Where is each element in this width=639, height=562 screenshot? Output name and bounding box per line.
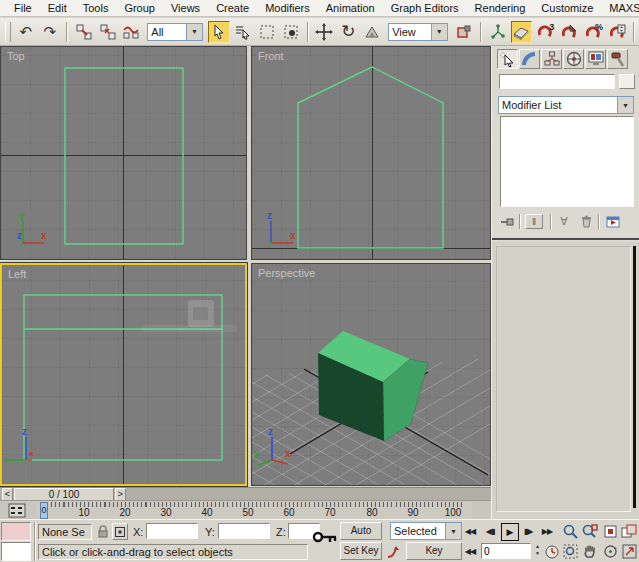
- rectangular-selection-button[interactable]: [256, 21, 278, 43]
- min-max-toggle-button[interactable]: [621, 543, 637, 559]
- undo-button[interactable]: ↶: [15, 21, 37, 43]
- make-unique-button[interactable]: ∀: [555, 214, 573, 229]
- select-and-rotate-button[interactable]: ↻: [337, 21, 359, 43]
- menu-tools[interactable]: Tools: [75, 1, 117, 15]
- dropdown-arrow-icon[interactable]: ▼: [445, 523, 461, 539]
- object-color-swatch[interactable]: [619, 74, 635, 89]
- frame-spinner[interactable]: ▲▼: [533, 543, 542, 559]
- go-to-start-button[interactable]: ◀◀: [462, 524, 478, 540]
- rollout-area[interactable]: [492, 242, 639, 519]
- menu-group[interactable]: Group: [116, 1, 163, 15]
- z-coord-label: Z:: [276, 526, 286, 538]
- time-slider-track[interactable]: < 0 / 100 >: [0, 487, 491, 500]
- previous-frame-button[interactable]: ◀▮: [482, 524, 498, 540]
- key-filters-button[interactable]: Key Filters...: [406, 542, 462, 560]
- tab-display[interactable]: [585, 49, 606, 69]
- set-keys-button[interactable]: [312, 528, 338, 554]
- key-icon: [312, 528, 338, 546]
- play-button[interactable]: ▶: [501, 523, 519, 541]
- menu-rendering[interactable]: Rendering: [467, 1, 534, 15]
- menu-maxscript[interactable]: MAXScript: [601, 1, 639, 15]
- y-coord-input[interactable]: [218, 523, 270, 539]
- select-and-manipulate-button[interactable]: [487, 21, 509, 43]
- tab-hierarchy[interactable]: [541, 49, 562, 69]
- ruler-label: 30: [156, 507, 176, 518]
- ruler-label: 20: [115, 507, 135, 518]
- pin-stack-button[interactable]: [498, 214, 516, 229]
- maxscript-listener-macro[interactable]: [1, 522, 31, 541]
- use-center-flyout-button[interactable]: [453, 21, 475, 43]
- x-coord-input[interactable]: [146, 523, 198, 539]
- menu-views[interactable]: Views: [163, 1, 208, 15]
- current-frame-marker[interactable]: 0: [40, 502, 48, 519]
- select-object-button[interactable]: [208, 21, 230, 43]
- angle-snap-button[interactable]: [558, 21, 580, 43]
- menu-graph-editors[interactable]: Graph Editors: [383, 1, 467, 15]
- menu-customize[interactable]: Customize: [533, 1, 601, 15]
- window-crossing-toggle[interactable]: [280, 21, 302, 43]
- tab-modify[interactable]: [519, 49, 540, 69]
- menu-modifiers[interactable]: Modifiers: [257, 1, 318, 15]
- absolute-offset-toggle[interactable]: [112, 523, 128, 540]
- menu-animation[interactable]: Animation: [318, 1, 383, 15]
- marquee-rect-icon: [259, 24, 275, 40]
- toolbar-drag-handle[interactable]: [5, 22, 11, 42]
- show-end-result-button[interactable]: ‖: [525, 214, 543, 229]
- dropdown-arrow-icon[interactable]: ▼: [186, 24, 202, 40]
- zoom-region-button[interactable]: [562, 543, 578, 559]
- tab-motion[interactable]: [563, 49, 584, 69]
- redo-icon: ↷: [43, 24, 56, 39]
- object-name-field[interactable]: [499, 74, 615, 89]
- keyboard-shortcut-override-toggle[interactable]: [511, 21, 533, 43]
- tab-utilities[interactable]: [607, 49, 628, 69]
- panel-scrollbar[interactable]: [633, 246, 636, 508]
- unlink-selection-button[interactable]: [97, 21, 119, 43]
- time-configuration-button[interactable]: [544, 544, 560, 560]
- snaps-toggle-button[interactable]: 3: [534, 21, 556, 43]
- coordinate-system-combo[interactable]: View ▼: [388, 23, 448, 41]
- selection-filter-combo[interactable]: All ▼: [147, 23, 203, 41]
- mini-curve-editor-button[interactable]: [8, 503, 26, 518]
- key-mode-toggle[interactable]: ◀◀: [462, 544, 478, 560]
- viewport-front[interactable]: Front z x: [251, 46, 491, 260]
- spinner-snap-button[interactable]: [606, 21, 628, 43]
- current-frame-input[interactable]: [481, 543, 531, 559]
- modifier-stack-list[interactable]: [500, 116, 634, 207]
- percent-snap-button[interactable]: %: [582, 21, 604, 43]
- maxscript-listener-script[interactable]: [1, 542, 31, 561]
- zoom-all-button[interactable]: [582, 523, 598, 539]
- arc-rotate-button[interactable]: [602, 543, 618, 559]
- configure-modifier-sets-button[interactable]: [604, 214, 622, 229]
- key-target-dropdown[interactable]: Selected ▼: [390, 522, 462, 540]
- zoom-extents-button[interactable]: [602, 523, 618, 539]
- pan-button[interactable]: [582, 543, 598, 559]
- modifier-list-dropdown[interactable]: Modifier List ▼: [498, 96, 634, 114]
- selection-lock-toggle[interactable]: [95, 524, 111, 540]
- menu-file[interactable]: File: [6, 1, 40, 15]
- auto-key-button[interactable]: Auto Key: [340, 522, 382, 540]
- tab-create[interactable]: [497, 49, 518, 69]
- dropdown-arrow-icon[interactable]: ▼: [617, 97, 633, 113]
- redo-button[interactable]: ↷: [39, 21, 61, 43]
- go-to-end-button[interactable]: ▶▶: [539, 524, 555, 540]
- select-and-link-button[interactable]: [73, 21, 95, 43]
- select-by-name-button[interactable]: [232, 21, 254, 43]
- menu-create[interactable]: Create: [208, 1, 257, 15]
- select-and-scale-button[interactable]: [361, 21, 383, 43]
- new-key-tangent-button[interactable]: [386, 544, 402, 560]
- remove-modifier-button[interactable]: [577, 214, 595, 229]
- menu-edit[interactable]: Edit: [40, 1, 75, 15]
- viewport-left[interactable]: Left z x: [0, 263, 247, 486]
- zoom-button[interactable]: [562, 523, 578, 539]
- bind-to-spacewarp-button[interactable]: [120, 21, 142, 43]
- next-frame-button[interactable]: ▮▶: [520, 524, 536, 540]
- viewport-top[interactable]: Top y z x: [0, 46, 247, 260]
- dropdown-arrow-icon[interactable]: ▼: [431, 24, 447, 40]
- ruler-label: 50: [238, 507, 258, 518]
- zoom-extents-all-button[interactable]: [621, 523, 637, 539]
- set-key-button[interactable]: Set Key: [340, 542, 382, 560]
- viewport-perspective[interactable]: Perspective z y x: [251, 263, 491, 486]
- track-bar[interactable]: 10 20 30 40 50 60 70 80 90 100 0: [0, 500, 491, 519]
- frame-ruler[interactable]: 10 20 30 40 50 60 70 80 90 100: [36, 501, 472, 520]
- select-and-move-button[interactable]: [314, 21, 336, 43]
